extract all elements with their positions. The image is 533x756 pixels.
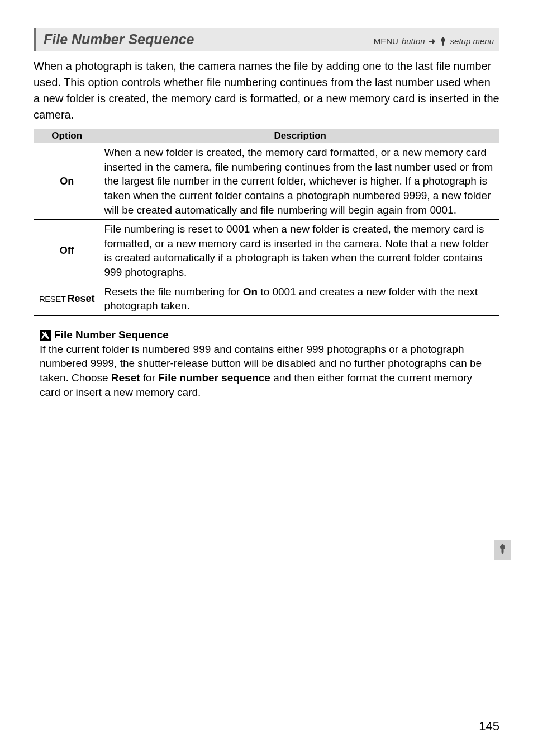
page-number: 145 bbox=[479, 719, 499, 734]
reset-label: Reset bbox=[67, 293, 94, 304]
note-body: If the current folder is numbered 999 an… bbox=[40, 342, 493, 400]
table-row: RESETReset Resets the file numbering for… bbox=[34, 282, 499, 315]
table-row: On When a new folder is created, the mem… bbox=[34, 143, 499, 220]
note-text-2: for bbox=[140, 372, 159, 384]
note-bold-1: Reset bbox=[111, 372, 140, 384]
table-header-row: Option Description bbox=[34, 129, 499, 143]
wrench-icon bbox=[439, 37, 447, 46]
option-name-on: On bbox=[34, 143, 101, 220]
col-header-option: Option bbox=[34, 129, 101, 143]
note-title: File Number Sequence bbox=[54, 328, 169, 342]
wrench-icon bbox=[498, 544, 507, 556]
options-table: Option Description On When a new folder … bbox=[34, 129, 499, 316]
reset-prefix-label: RESET bbox=[39, 294, 66, 304]
reset-desc-bold: On bbox=[243, 286, 258, 297]
intro-paragraph: When a photograph is taken, the camera n… bbox=[34, 58, 499, 123]
breadcrumb: MENU button ➜ setup menu bbox=[374, 36, 494, 46]
option-name-reset: RESETReset bbox=[34, 282, 101, 315]
section-heading: File Number Sequence MENU button ➜ setup… bbox=[34, 28, 499, 51]
note-title-line: File Number Sequence bbox=[40, 328, 493, 342]
option-desc-reset: Resets the file numbering for On to 0001… bbox=[101, 282, 499, 315]
arrow-icon: ➜ bbox=[429, 36, 436, 46]
option-name-off: Off bbox=[34, 220, 101, 282]
caution-icon bbox=[40, 330, 51, 340]
setup-menu-label: setup menu bbox=[450, 36, 494, 46]
table-row: Off File numbering is reset to 0001 when… bbox=[34, 220, 499, 282]
side-tab bbox=[494, 540, 511, 560]
note-bold-2: File number sequence bbox=[158, 372, 270, 384]
menu-label: MENU bbox=[374, 36, 398, 46]
option-desc-off: File numbering is reset to 0001 when a n… bbox=[101, 220, 499, 282]
option-desc-on: When a new folder is created, the memory… bbox=[101, 143, 499, 220]
col-header-description: Description bbox=[101, 129, 499, 143]
reset-desc-pre: Resets the file numbering for bbox=[104, 286, 243, 297]
button-label: button bbox=[402, 36, 425, 46]
note-box: File Number Sequence If the current fold… bbox=[34, 324, 499, 404]
section-title: File Number Sequence bbox=[44, 31, 194, 48]
